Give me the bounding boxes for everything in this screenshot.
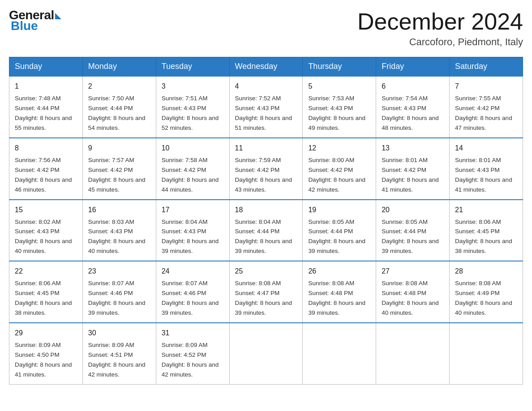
header-friday: Friday (376, 57, 450, 77)
day-info: Sunrise: 7:53 AMSunset: 4:43 PMDaylight:… (308, 95, 365, 131)
day-number: 27 (382, 266, 444, 277)
day-number: 19 (308, 205, 370, 215)
week-row-4: 22 Sunrise: 8:06 AMSunset: 4:45 PMDaylig… (9, 261, 523, 323)
header-sunday: Sunday (9, 57, 83, 77)
day-cell-17: 17 Sunrise: 8:04 AMSunset: 4:43 PMDaylig… (156, 200, 229, 261)
day-number: 29 (15, 328, 77, 338)
month-year-title: December 2024 (357, 9, 523, 34)
day-number: 16 (88, 205, 150, 215)
week-row-3: 15 Sunrise: 8:02 AMSunset: 4:43 PMDaylig… (9, 200, 523, 261)
day-cell-11: 11 Sunrise: 7:59 AMSunset: 4:42 PMDaylig… (229, 138, 303, 200)
day-info: Sunrise: 7:50 AMSunset: 4:44 PMDaylight:… (88, 95, 146, 131)
day-cell-5: 5 Sunrise: 7:53 AMSunset: 4:43 PMDayligh… (303, 76, 376, 138)
day-info: Sunrise: 8:04 AMSunset: 4:43 PMDaylight:… (162, 218, 219, 255)
day-info: Sunrise: 7:57 AMSunset: 4:42 PMDaylight:… (88, 157, 146, 193)
day-number: 13 (382, 143, 444, 154)
day-number: 17 (162, 205, 224, 215)
day-info: Sunrise: 8:01 AMSunset: 4:42 PMDaylight:… (382, 157, 439, 193)
day-info: Sunrise: 8:07 AMSunset: 4:46 PMDaylight:… (88, 280, 146, 316)
calendar-header-row: Sunday Monday Tuesday Wednesday Thursday… (9, 57, 523, 77)
empty-cell-w4-d5 (376, 323, 450, 384)
day-cell-15: 15 Sunrise: 8:02 AMSunset: 4:43 PMDaylig… (9, 200, 83, 261)
day-number: 4 (235, 81, 297, 92)
day-cell-24: 24 Sunrise: 8:07 AMSunset: 4:46 PMDaylig… (156, 261, 229, 323)
day-info: Sunrise: 8:01 AMSunset: 4:43 PMDaylight:… (455, 157, 512, 193)
empty-cell-w4-d6 (450, 323, 523, 384)
day-number: 10 (162, 143, 224, 154)
day-cell-26: 26 Sunrise: 8:08 AMSunset: 4:48 PMDaylig… (303, 261, 376, 323)
day-cell-20: 20 Sunrise: 8:05 AMSunset: 4:44 PMDaylig… (376, 200, 450, 261)
day-number: 30 (88, 328, 150, 338)
week-row-5: 29 Sunrise: 8:09 AMSunset: 4:50 PMDaylig… (9, 323, 523, 384)
day-cell-4: 4 Sunrise: 7:52 AMSunset: 4:43 PMDayligh… (229, 76, 303, 138)
page-header: General Blue December 2024 Carcoforo, Pi… (9, 9, 523, 48)
day-cell-7: 7 Sunrise: 7:55 AMSunset: 4:42 PMDayligh… (450, 76, 523, 138)
day-info: Sunrise: 7:59 AMSunset: 4:42 PMDaylight:… (235, 157, 292, 193)
day-cell-29: 29 Sunrise: 8:09 AMSunset: 4:50 PMDaylig… (9, 323, 83, 384)
day-cell-10: 10 Sunrise: 7:58 AMSunset: 4:42 PMDaylig… (156, 138, 229, 200)
day-cell-18: 18 Sunrise: 8:04 AMSunset: 4:44 PMDaylig… (229, 200, 303, 261)
day-info: Sunrise: 8:03 AMSunset: 4:43 PMDaylight:… (88, 218, 146, 255)
logo-blue-text: Blue (9, 20, 61, 32)
day-number: 22 (15, 266, 77, 277)
day-cell-22: 22 Sunrise: 8:06 AMSunset: 4:45 PMDaylig… (9, 261, 83, 323)
location-subtitle: Carcoforo, Piedmont, Italy (357, 36, 523, 48)
day-number: 28 (455, 266, 517, 277)
day-cell-27: 27 Sunrise: 8:08 AMSunset: 4:48 PMDaylig… (376, 261, 450, 323)
day-number: 14 (455, 143, 517, 154)
day-info: Sunrise: 8:05 AMSunset: 4:44 PMDaylight:… (308, 218, 365, 255)
header-thursday: Thursday (303, 57, 376, 77)
day-info: Sunrise: 7:56 AMSunset: 4:42 PMDaylight:… (15, 157, 72, 193)
day-info: Sunrise: 7:48 AMSunset: 4:44 PMDaylight:… (15, 95, 72, 131)
day-number: 6 (382, 81, 444, 92)
day-cell-30: 30 Sunrise: 8:09 AMSunset: 4:51 PMDaylig… (82, 323, 156, 384)
day-info: Sunrise: 8:06 AMSunset: 4:45 PMDaylight:… (455, 218, 512, 255)
day-cell-12: 12 Sunrise: 8:00 AMSunset: 4:42 PMDaylig… (303, 138, 376, 200)
day-info: Sunrise: 7:58 AMSunset: 4:42 PMDaylight:… (162, 157, 219, 193)
day-number: 26 (308, 266, 370, 277)
week-row-1: 1 Sunrise: 7:48 AMSunset: 4:44 PMDayligh… (9, 76, 523, 138)
day-cell-31: 31 Sunrise: 8:09 AMSunset: 4:52 PMDaylig… (156, 323, 229, 384)
week-row-2: 8 Sunrise: 7:56 AMSunset: 4:42 PMDayligh… (9, 138, 523, 200)
day-info: Sunrise: 8:08 AMSunset: 4:48 PMDaylight:… (308, 280, 365, 316)
day-number: 18 (235, 205, 297, 215)
day-number: 1 (15, 81, 77, 92)
day-info: Sunrise: 7:51 AMSunset: 4:43 PMDaylight:… (162, 95, 219, 131)
header-monday: Monday (82, 57, 156, 77)
calendar-table: Sunday Monday Tuesday Wednesday Thursday… (9, 57, 523, 384)
day-cell-25: 25 Sunrise: 8:08 AMSunset: 4:47 PMDaylig… (229, 261, 303, 323)
header-wednesday: Wednesday (229, 57, 303, 77)
day-number: 5 (308, 81, 370, 92)
day-number: 7 (455, 81, 517, 92)
day-number: 9 (88, 143, 150, 154)
title-section: December 2024 Carcoforo, Piedmont, Italy (357, 9, 523, 48)
empty-cell-w4-d4 (303, 323, 376, 384)
day-info: Sunrise: 7:54 AMSunset: 4:43 PMDaylight:… (382, 95, 439, 131)
day-info: Sunrise: 8:05 AMSunset: 4:44 PMDaylight:… (382, 218, 439, 255)
day-cell-13: 13 Sunrise: 8:01 AMSunset: 4:42 PMDaylig… (376, 138, 450, 200)
day-info: Sunrise: 8:09 AMSunset: 4:52 PMDaylight:… (162, 342, 219, 378)
day-cell-3: 3 Sunrise: 7:51 AMSunset: 4:43 PMDayligh… (156, 76, 229, 138)
day-cell-19: 19 Sunrise: 8:05 AMSunset: 4:44 PMDaylig… (303, 200, 376, 261)
day-info: Sunrise: 8:02 AMSunset: 4:43 PMDaylight:… (15, 218, 72, 255)
day-info: Sunrise: 8:08 AMSunset: 4:49 PMDaylight:… (455, 280, 512, 316)
day-number: 11 (235, 143, 297, 154)
day-cell-8: 8 Sunrise: 7:56 AMSunset: 4:42 PMDayligh… (9, 138, 83, 200)
day-number: 20 (382, 205, 444, 215)
day-number: 25 (235, 266, 297, 277)
day-number: 21 (455, 205, 517, 215)
header-tuesday: Tuesday (156, 57, 229, 77)
day-number: 24 (162, 266, 224, 277)
day-number: 2 (88, 81, 150, 92)
day-cell-9: 9 Sunrise: 7:57 AMSunset: 4:42 PMDayligh… (82, 138, 156, 200)
day-info: Sunrise: 8:08 AMSunset: 4:48 PMDaylight:… (382, 280, 439, 316)
day-cell-28: 28 Sunrise: 8:08 AMSunset: 4:49 PMDaylig… (450, 261, 523, 323)
day-number: 31 (162, 328, 224, 338)
day-cell-21: 21 Sunrise: 8:06 AMSunset: 4:45 PMDaylig… (450, 200, 523, 261)
day-info: Sunrise: 7:55 AMSunset: 4:42 PMDaylight:… (455, 95, 512, 131)
day-cell-1: 1 Sunrise: 7:48 AMSunset: 4:44 PMDayligh… (9, 76, 83, 138)
day-cell-14: 14 Sunrise: 8:01 AMSunset: 4:43 PMDaylig… (450, 138, 523, 200)
day-info: Sunrise: 8:06 AMSunset: 4:45 PMDaylight:… (15, 280, 72, 316)
empty-cell-w4-d3 (229, 323, 303, 384)
day-info: Sunrise: 8:08 AMSunset: 4:47 PMDaylight:… (235, 280, 292, 316)
